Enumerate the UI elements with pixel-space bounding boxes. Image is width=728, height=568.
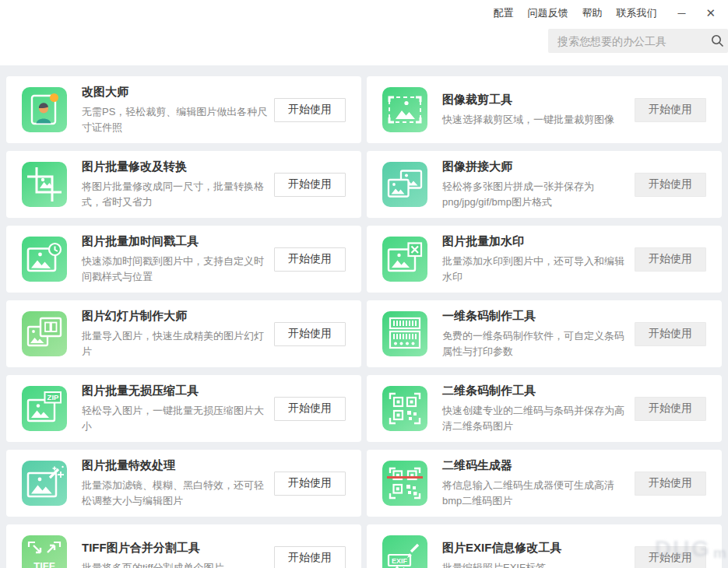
tool-info: 图片批量无损压缩工具 轻松导入图片，一键批量无损压缩图片大小 [82, 384, 268, 434]
start-button[interactable]: 开始使用 [635, 322, 706, 346]
tool-title: 图片批量修改及转换 [82, 160, 268, 174]
tools-panel: 改图大师 无需PS，轻松裁剪、编辑图片做出各种尺寸证件照 开始使用 图像裁剪工具… [0, 65, 728, 568]
start-button[interactable]: 开始使用 [274, 472, 346, 496]
tool-title: 二维码生成器 [442, 458, 628, 473]
tool-info: 改图大师 无需PS，轻松裁剪、编辑图片做出各种尺寸证件照 [82, 85, 268, 135]
start-button[interactable]: 开始使用 [274, 173, 346, 197]
watermark-icon [382, 237, 427, 282]
crop-image-icon [382, 87, 427, 132]
tool-desc: 批量添加滤镜、模糊、黑白特效，还可轻松调整大小与编辑图片 [82, 478, 268, 509]
tool-title: 一维条码制作工具 [442, 309, 628, 324]
start-button[interactable]: 开始使用 [274, 397, 346, 421]
menu-item-help[interactable]: 帮助 [575, 2, 610, 24]
id-photo-icon [22, 87, 67, 132]
tool-info: TIFF图片合并分割工具 批量将多页的tiff分割成单个图片 [82, 541, 268, 568]
tool-title: TIFF图片合并分割工具 [82, 541, 268, 556]
tool-info: 图片批量加时间戳工具 快速添加时间戳到图片中，支持自定义时间戳样式与位置 [82, 234, 268, 285]
tool-card: 图片批量加时间戳工具 快速添加时间戳到图片中，支持自定义时间戳样式与位置 开始使… [6, 226, 361, 293]
start-button[interactable]: 开始使用 [635, 247, 706, 272]
start-button[interactable]: 开始使用 [274, 322, 346, 346]
search-bar [548, 29, 728, 53]
tool-info: 二维条码制作工具 快速创建专业的二维码与条码并保存为高清二维条码图片 [442, 384, 628, 434]
menu-item-contact[interactable]: 联系我们 [610, 2, 664, 24]
tool-title: 图像拼接大师 [442, 160, 628, 174]
tool-info: 图片批量加水印 批量添加水印到图片中，还可导入和编辑水印 [442, 234, 628, 285]
close-button[interactable]: ✕ [698, 3, 723, 23]
qrcode-generator-icon [382, 461, 427, 506]
start-button[interactable]: 开始使用 [274, 546, 346, 568]
tool-card: 图片幻灯片制作大师 批量导入图片，快速生成精美的图片幻灯片 开始使用 [6, 300, 361, 367]
tool-card: ZIP 图片批量无损压缩工具 轻松导入图片，一键批量无损压缩图片大小 开始使用 [6, 375, 361, 442]
start-button[interactable]: 开始使用 [274, 98, 346, 122]
minimize-button[interactable]: ─ [670, 4, 694, 23]
tool-info: 图片批量修改及转换 将图片批量修改成同一尺寸，批量转换格式，省时又省力 [82, 160, 268, 210]
tool-info: 二维码生成器 将信息输入二维码生成器便可生成高清bmp二维码图片 [442, 458, 628, 509]
tool-desc: 将信息输入二维码生成器便可生成高清bmp二维码图片 [442, 478, 628, 509]
tool-card: 二维条码制作工具 快速创建专业的二维码与条码并保存为高清二维条码图片 开始使用 [367, 375, 722, 442]
tool-info: 图像拼接大师 轻松将多张图片拼成一张并保存为png/jpg/gif/bmp图片格… [442, 160, 628, 210]
tool-title: 图像裁剪工具 [442, 93, 628, 107]
tool-title: 图片幻灯片制作大师 [82, 309, 268, 324]
tool-card: 图片批量加水印 批量添加水印到图片中，还可导入和编辑水印 开始使用 [367, 226, 722, 293]
timestamp-icon [22, 237, 67, 282]
tool-desc: 轻松将多张图片拼成一张并保存为png/jpg/gif/bmp图片格式 [442, 179, 628, 210]
zip-compress-icon: ZIP [22, 386, 67, 431]
start-button[interactable]: 开始使用 [635, 397, 706, 421]
tool-title: 图片批量加时间戳工具 [82, 234, 268, 249]
tool-card: TIFF TIFF图片合并分割工具 批量将多页的tiff分割成单个图片 开始使用 [6, 524, 361, 568]
barcode-icon [382, 311, 427, 356]
tool-desc: 快速选择裁剪区域，一键批量裁剪图像 [442, 112, 628, 128]
tool-title: 二维条码制作工具 [442, 384, 628, 398]
start-button[interactable]: 开始使用 [635, 173, 706, 197]
tiff-split-icon: TIFF [22, 535, 67, 568]
tool-title: 图片批量加水印 [442, 234, 628, 249]
tool-desc: 批量将多页的tiff分割成单个图片 [82, 560, 268, 568]
menu-item-feedback[interactable]: 问题反馈 [521, 2, 575, 24]
tool-desc: 批量编辑照片EXIF标签 [442, 560, 628, 568]
slideshow-icon [22, 311, 67, 356]
start-button[interactable]: 开始使用 [635, 472, 706, 496]
tool-card: 图片批量特效处理 批量添加滤镜、模糊、黑白特效，还可轻松调整大小与编辑图片 开始… [6, 450, 361, 517]
tool-card: 一维条码制作工具 免费的一维条码制作软件，可自定义条码属性与打印参数 开始使用 [367, 300, 722, 367]
tool-desc: 无需PS，轻松裁剪、编辑图片做出各种尺寸证件照 [82, 104, 268, 135]
tool-desc: 将图片批量修改成同一尺寸，批量转换格式，省时又省力 [82, 179, 268, 210]
tool-title: 图片批量特效处理 [82, 458, 268, 473]
menu-row: 配置 问题反馈 帮助 联系我们 ─ ✕ [487, 2, 724, 24]
tool-title: 图片批量无损压缩工具 [82, 384, 268, 398]
tool-title: 改图大师 [82, 85, 268, 100]
title-bar: 配置 问题反馈 帮助 联系我们 ─ ✕ [0, 0, 728, 65]
tool-card: 二维码生成器 将信息输入二维码生成器便可生成高清bmp二维码图片 开始使用 [367, 450, 722, 517]
tools-grid: 改图大师 无需PS，轻松裁剪、编辑图片做出各种尺寸证件照 开始使用 图像裁剪工具… [6, 76, 722, 568]
tool-desc: 轻松导入图片，一键批量无损压缩图片大小 [82, 403, 268, 434]
tool-desc: 批量添加水印到图片中，还可导入和编辑水印 [442, 254, 628, 285]
menu-item-config[interactable]: 配置 [487, 2, 521, 24]
tool-info: 图片幻灯片制作大师 批量导入图片，快速生成精美的图片幻灯片 [82, 309, 268, 359]
resize-convert-icon [22, 162, 67, 207]
tool-info: 图片批量特效处理 批量添加滤镜、模糊、黑白特效，还可轻松调整大小与编辑图片 [82, 458, 268, 509]
search-icon[interactable] [706, 34, 728, 47]
tool-card: 改图大师 无需PS，轻松裁剪、编辑图片做出各种尺寸证件照 开始使用 [6, 76, 361, 143]
tool-info: 一维条码制作工具 免费的一维条码制作软件，可自定义条码属性与打印参数 [442, 309, 628, 359]
tool-info: 图像裁剪工具 快速选择裁剪区域，一键批量裁剪图像 [442, 93, 628, 128]
tool-title: 图片EXIF信息修改工具 [442, 541, 628, 556]
svg-text:EXIF: EXIF [392, 557, 408, 565]
tool-card: 图像裁剪工具 快速选择裁剪区域，一键批量裁剪图像 开始使用 [367, 76, 722, 143]
search-input[interactable] [548, 29, 706, 53]
start-button[interactable]: 开始使用 [274, 247, 346, 272]
exif-edit-icon: EXIF [382, 535, 427, 568]
start-button[interactable]: 开始使用 [635, 546, 706, 568]
tool-card: 图片批量修改及转换 将图片批量修改成同一尺寸，批量转换格式，省时又省力 开始使用 [6, 151, 361, 218]
effects-icon [22, 461, 67, 506]
tool-desc: 快速创建专业的二维码与条码并保存为高清二维条码图片 [442, 403, 628, 434]
stitch-images-icon [382, 162, 427, 207]
tool-desc: 免费的一维条码制作软件，可自定义条码属性与打印参数 [442, 328, 628, 359]
svg-text:ZIP: ZIP [47, 393, 59, 401]
tool-desc: 快速添加时间戳到图片中，支持自定义时间戳样式与位置 [82, 254, 268, 285]
qrcode-barcode-icon [382, 386, 427, 431]
svg-text:TIFF: TIFF [33, 560, 55, 568]
tool-card: 图像拼接大师 轻松将多张图片拼成一张并保存为png/jpg/gif/bmp图片格… [367, 151, 722, 218]
tool-card: EXIF 图片EXIF信息修改工具 批量编辑照片EXIF标签 开始使用 [367, 524, 722, 568]
tool-info: 图片EXIF信息修改工具 批量编辑照片EXIF标签 [442, 541, 628, 568]
tool-desc: 批量导入图片，快速生成精美的图片幻灯片 [82, 328, 268, 359]
start-button[interactable]: 开始使用 [635, 98, 706, 122]
